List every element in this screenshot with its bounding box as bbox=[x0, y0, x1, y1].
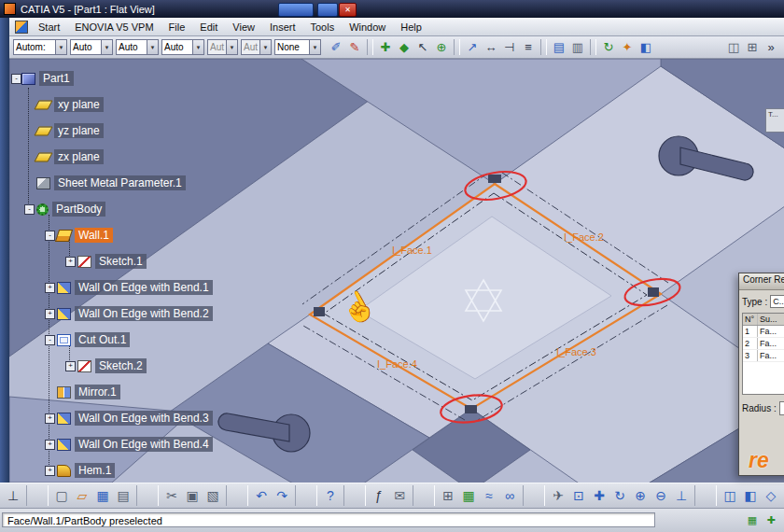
properties-combo[interactable]: Autom:▼ bbox=[13, 39, 67, 55]
tree-expander[interactable]: + bbox=[45, 283, 55, 293]
separator[interactable] bbox=[694, 485, 717, 506]
properties-combo[interactable]: Aut▼ bbox=[241, 39, 272, 55]
corner-relief-dialog[interactable]: Corner Reli... Type : C... ▼ N° Su... 1 … bbox=[738, 273, 784, 476]
normal-view-icon[interactable]: ⊥ bbox=[671, 485, 692, 506]
properties-combo[interactable]: Auto▼ bbox=[116, 39, 159, 55]
print-icon[interactable]: ▤ bbox=[113, 485, 133, 506]
dimension-icon[interactable]: ↔ bbox=[482, 38, 500, 57]
snap-status-icon[interactable]: ▦ bbox=[745, 512, 760, 527]
separator[interactable] bbox=[367, 39, 373, 55]
tree-item[interactable]: xy plane bbox=[11, 91, 263, 118]
compass-manipulator-icon[interactable]: ◆ bbox=[395, 38, 413, 57]
tree-item[interactable]: - Cut Out.1 bbox=[11, 327, 263, 353]
tree-item-label[interactable]: Part1 bbox=[39, 71, 74, 86]
fit-all-icon[interactable]: ⊡ bbox=[568, 485, 589, 506]
refresh-icon[interactable]: ↻ bbox=[599, 38, 618, 57]
tree-item-label[interactable]: Sheet Metal Parameter.1 bbox=[54, 175, 186, 190]
properties-combo[interactable]: Auto▼ bbox=[161, 39, 204, 55]
zoom-in-icon[interactable]: ⊕ bbox=[630, 485, 651, 506]
tree-item[interactable]: - PartBody bbox=[11, 196, 263, 222]
open-folder-icon[interactable]: ▱ bbox=[72, 485, 92, 506]
rotate-icon[interactable]: ↻ bbox=[609, 485, 630, 506]
undo-icon[interactable]: ↶ bbox=[251, 485, 272, 506]
properties-combo[interactable]: Auto▼ bbox=[70, 39, 113, 55]
menu-item[interactable]: Help bbox=[393, 19, 429, 35]
grid-icon[interactable]: ⊞ bbox=[743, 38, 762, 57]
menu-item[interactable]: View bbox=[225, 19, 262, 35]
tree-item[interactable]: + Wall On Edge with Bend.2 bbox=[11, 301, 263, 327]
tree-item-label[interactable]: Wall On Edge with Bend.4 bbox=[75, 437, 213, 452]
properties-combo[interactable]: Aut▼ bbox=[207, 39, 238, 55]
snap-icon[interactable]: ⊕ bbox=[432, 38, 451, 57]
axis-status-icon[interactable]: ✚ bbox=[763, 512, 778, 527]
grid-icon[interactable]: ⊞ bbox=[438, 485, 458, 506]
menu-item[interactable]: Edit bbox=[192, 19, 225, 35]
tree-item[interactable]: + Hem.1 bbox=[11, 457, 263, 483]
tree-expander[interactable]: - bbox=[45, 231, 55, 241]
tree-expander[interactable]: + bbox=[45, 309, 55, 319]
tree-item-label[interactable]: Wall On Edge with Bend.3 bbox=[75, 411, 213, 426]
tree-expander[interactable]: - bbox=[24, 204, 35, 215]
palette-icon[interactable]: ✦ bbox=[618, 38, 637, 57]
corner-table-row[interactable]: 1 Fa... bbox=[743, 326, 784, 338]
window-tile-icon[interactable]: ◫ bbox=[724, 38, 743, 57]
translate-manipulator-icon[interactable]: ✚ bbox=[376, 38, 395, 57]
tree-item[interactable]: zx plane bbox=[11, 144, 263, 170]
brush-icon[interactable]: ✎ bbox=[345, 38, 364, 57]
clipboard-icon[interactable]: ▥ bbox=[568, 38, 587, 57]
spacer[interactable] bbox=[655, 38, 724, 57]
separator[interactable] bbox=[26, 485, 49, 506]
tree-item-label[interactable]: Mirror.1 bbox=[75, 385, 120, 399]
separator[interactable] bbox=[295, 485, 317, 506]
annotation-icon[interactable]: ✉ bbox=[389, 485, 410, 506]
separator[interactable] bbox=[343, 485, 366, 506]
tree-item[interactable]: + Wall On Edge with Bend.3 bbox=[11, 405, 263, 431]
zoom-out-icon[interactable]: ⊖ bbox=[651, 485, 671, 506]
properties-combo[interactable]: None▼ bbox=[274, 39, 321, 55]
tree-expander[interactable]: + bbox=[45, 466, 55, 476]
menu-item[interactable]: Insert bbox=[262, 19, 303, 35]
tree-item[interactable]: yz plane bbox=[11, 118, 263, 144]
radius-input[interactable] bbox=[779, 401, 784, 415]
redo-icon[interactable]: ↷ bbox=[272, 485, 292, 506]
smartpick-icon[interactable]: ↗ bbox=[463, 38, 482, 57]
tree-item-label[interactable]: zx plane bbox=[54, 149, 104, 164]
tree-item-label[interactable]: Sketch.1 bbox=[95, 254, 147, 269]
paint-properties-icon[interactable]: ✐ bbox=[327, 38, 345, 57]
separator[interactable] bbox=[136, 485, 159, 506]
pointer-select-icon[interactable]: ↖ bbox=[413, 38, 432, 57]
tree-item[interactable]: + Wall On Edge with Bend.1 bbox=[11, 274, 263, 301]
paste-icon[interactable]: ▧ bbox=[203, 485, 223, 506]
list-icon[interactable]: ≡ bbox=[519, 38, 538, 57]
tree-item[interactable]: - Wall.1 bbox=[11, 222, 263, 248]
menu-item[interactable]: Tools bbox=[302, 19, 342, 35]
tree-item[interactable]: + Sketch.1 bbox=[11, 248, 263, 274]
separator[interactable] bbox=[226, 485, 248, 506]
separator[interactable] bbox=[590, 39, 596, 55]
tree-item-label[interactable]: Sketch.2 bbox=[95, 358, 147, 373]
tree-item[interactable]: - Part1 bbox=[11, 65, 263, 91]
new-document-icon[interactable]: ▢ bbox=[51, 485, 72, 506]
tree-expander[interactable]: + bbox=[45, 440, 55, 450]
corner-table-row[interactable]: 3 Fa... bbox=[743, 350, 784, 362]
tree-item-label[interactable]: yz plane bbox=[54, 123, 104, 138]
tree-item-label[interactable]: xy plane bbox=[54, 97, 104, 112]
pan-icon[interactable]: ✚ bbox=[589, 485, 609, 506]
tree-item-label[interactable]: Wall On Edge with Bend.2 bbox=[75, 306, 213, 321]
multi-view-icon[interactable]: ◫ bbox=[720, 485, 740, 506]
tree-item[interactable]: + Wall On Edge with Bend.4 bbox=[11, 431, 263, 457]
tree-expander[interactable]: - bbox=[45, 335, 55, 345]
relief-type-combo[interactable]: C... ▼ bbox=[770, 295, 784, 308]
tree-expander[interactable]: - bbox=[11, 74, 21, 84]
separator[interactable] bbox=[523, 485, 545, 506]
tree-item-label[interactable]: Cut Out.1 bbox=[75, 332, 130, 347]
link-icon[interactable]: ∞ bbox=[499, 485, 520, 506]
tree-item[interactable]: Sheet Metal Parameter.1 bbox=[11, 170, 263, 196]
cut-icon[interactable]: ✂ bbox=[161, 485, 182, 506]
separator[interactable] bbox=[540, 39, 547, 55]
tree-expander[interactable]: + bbox=[65, 257, 76, 267]
fly-mode-icon[interactable]: ✈ bbox=[548, 485, 568, 506]
tree-item-label[interactable]: Wall.1 bbox=[75, 228, 113, 243]
menu-item[interactable]: File bbox=[161, 19, 193, 35]
tree-expander[interactable]: + bbox=[45, 413, 55, 424]
